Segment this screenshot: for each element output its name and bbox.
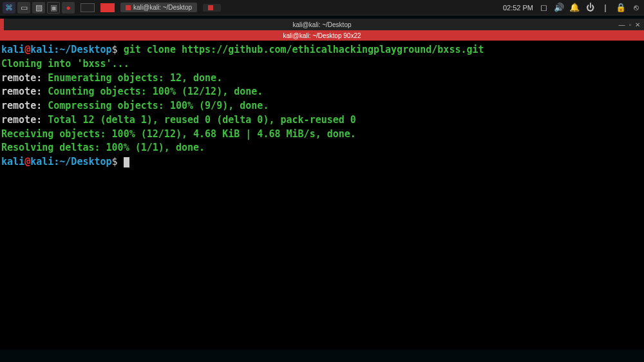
files-icon[interactable]: ▤ — [32, 2, 45, 14]
display-icon[interactable]: ◻ — [538, 3, 549, 12]
app-indicator-icon — [126, 5, 131, 10]
panel-right: 02:52 PM ◻ 🔊 🔔 ⏻ | 🔒 ⎋ — [503, 3, 641, 12]
terminal-line: Resolving deltas: 100% (1/1), done. — [1, 141, 643, 155]
logout-icon[interactable]: ⎋ — [631, 3, 641, 12]
workspace-2[interactable] — [100, 3, 115, 12]
close-button[interactable]: ✕ — [635, 21, 640, 28]
task-label: kali@kali: ~/Desktop — [133, 4, 192, 11]
desktop: Article Tools Belati Nettacker Hash-Bust… — [0, 15, 644, 362]
window-titlebar[interactable]: kali@kali: ~/Desktop — ▫ ✕ — [0, 19, 644, 30]
volume-icon[interactable]: 🔊 — [554, 3, 564, 12]
kali-menu-icon[interactable]: ⌘ — [3, 2, 15, 14]
recorder-icon[interactable]: ● — [62, 2, 75, 14]
terminal-window: kali@kali: ~/Desktop — ▫ ✕ kali@kali: ~/… — [0, 19, 644, 350]
titlebar-accent — [0, 19, 4, 30]
panel-left: ⌘ ▭ ▤ ▣ ● kali@kali: ~/Desktop — [3, 2, 221, 14]
terminal-line: remote: Total 12 (delta 1), reused 0 (de… — [1, 113, 643, 128]
clock[interactable]: 02:52 PM — [503, 4, 533, 12]
tab-title: kali@kali: ~/Desktop 90x22 — [283, 32, 361, 39]
file-manager-icon[interactable]: ▭ — [17, 2, 30, 14]
app-indicator-icon — [208, 5, 213, 10]
power-icon[interactable]: ⏻ — [585, 3, 595, 12]
terminal-line: remote: Compressing objects: 100% (9/9),… — [1, 99, 643, 113]
top-panel: ⌘ ▭ ▤ ▣ ● kali@kali: ~/Desktop 02:52 PM … — [0, 0, 644, 15]
terminal-tab[interactable]: kali@kali: ~/Desktop 90x22 — [0, 30, 644, 41]
terminal-prompt: kali@kali:~/Desktop$ — [1, 155, 643, 169]
terminal-line: Receiving objects: 100% (12/12), 4.68 Ki… — [1, 128, 643, 142]
lock-icon[interactable]: 🔒 — [616, 3, 626, 12]
notifications-icon[interactable]: 🔔 — [569, 3, 580, 12]
minimize-button[interactable]: — — [618, 21, 625, 28]
window-buttons: — ▫ ✕ — [618, 21, 640, 28]
terminal-launcher-icon[interactable]: ▣ — [47, 2, 60, 14]
cursor — [124, 157, 129, 167]
terminal-line: kali@kali:~/Desktop$ git clone https://g… — [1, 43, 643, 57]
taskbar-item-terminal[interactable]: kali@kali: ~/Desktop — [120, 3, 197, 12]
terminal-line: Cloning into 'bxss'... — [1, 57, 643, 71]
workspace-1[interactable] — [80, 3, 95, 12]
window-title: kali@kali: ~/Desktop — [292, 21, 351, 28]
taskbar-item-other[interactable] — [203, 4, 221, 12]
maximize-button[interactable]: ▫ — [629, 21, 631, 28]
terminal-body[interactable]: kali@kali:~/Desktop$ git clone https://g… — [0, 41, 644, 350]
terminal-line: remote: Counting objects: 100% (12/12), … — [1, 85, 643, 99]
divider-icon: | — [600, 3, 611, 12]
terminal-line: remote: Enumerating objects: 12, done. — [1, 71, 643, 86]
